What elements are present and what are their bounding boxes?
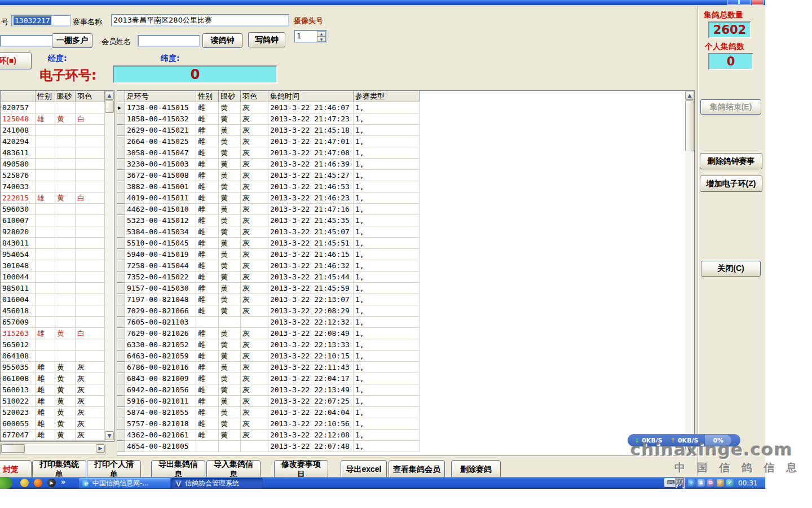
table-row[interactable]: 483611	[1, 147, 114, 159]
table-row[interactable]: 5510-00-415045雌黄灰2013-3-22 21:45:511,	[117, 238, 694, 249]
camera-spinner[interactable]: 1 ▲ ▼	[294, 30, 327, 43]
table-row[interactable]: 125048雄黄白	[1, 113, 114, 125]
title-bar[interactable]	[0, 0, 765, 5]
scroll-thumb[interactable]	[685, 100, 694, 151]
spinner-down-icon[interactable]: ▼	[317, 37, 326, 42]
scroll-down-icon[interactable]: ▼	[105, 431, 114, 440]
table-row[interactable]: 985011	[1, 283, 114, 294]
table-row[interactable]: 4654-00-8210052013-3-22 22:07:481,	[117, 441, 694, 452]
table-row[interactable]: 420294	[1, 136, 114, 147]
table-row[interactable]: 456018	[1, 305, 114, 317]
delete-race-pigeon-button[interactable]: 删除赛鸽	[451, 460, 501, 479]
table-row[interactable]: 5323-00-415012雌黄灰2013-3-22 21:45:351,	[117, 215, 694, 226]
taskbar-task-ie[interactable]: e 中国信鸽信息网-...	[79, 478, 170, 488]
left-table-hscrollbar[interactable]: ▶	[0, 444, 105, 454]
table-row[interactable]: 955035雌黄灰	[1, 362, 114, 373]
table-row[interactable]: 7605-00-8211032013-3-22 22:12:321,	[117, 317, 694, 328]
table-row[interactable]: 9157-00-415030雌黄灰2013-3-22 21:45:591,	[117, 283, 694, 294]
table-row[interactable]: 4019-00-415011雌黄灰2013-3-22 21:46:231,	[117, 192, 694, 204]
start-button[interactable]	[0, 477, 12, 489]
table-row[interactable]: 7029-00-821066雌黄灰2013-3-22 22:08:291,	[117, 305, 694, 317]
table-row[interactable]: 100044	[1, 271, 114, 283]
write-clock-button[interactable]: 写鸽钟	[248, 32, 285, 47]
table-row[interactable]: 3058-00-415047雌黄灰2013-3-22 21:47:081,	[117, 147, 694, 159]
taskbar-task-pigeon-system[interactable]: ⋁ 信鸽协会管理系统	[171, 478, 263, 488]
search-input[interactable]	[0, 35, 53, 47]
table-row[interactable]: 301048	[1, 260, 114, 271]
table-row[interactable]: 6843-00-821009雌黄灰2013-3-22 22:04:171,	[117, 373, 694, 384]
loft-multi-button[interactable]: 一棚多户	[52, 33, 92, 48]
quicklaunch-browser-icon[interactable]	[34, 479, 42, 487]
table-row[interactable]: 600055雌黄灰	[1, 418, 114, 430]
scroll-up-icon[interactable]: ▲	[105, 91, 114, 100]
table-row[interactable]: 5384-00-415034雌黄灰2013-3-22 21:45:071,	[117, 226, 694, 238]
ring-button[interactable]: 环(■)	[0, 52, 32, 69]
table-row[interactable]: 560013雌黄灰	[1, 384, 114, 396]
print-personal-list-button[interactable]: 打印个人清单	[87, 460, 141, 479]
table-row[interactable]: ▶1738-00-415015雌黄灰2013-3-22 21:46:071,	[117, 102, 694, 113]
print-collect-list-button[interactable]: 打印集鸽统单	[32, 460, 86, 479]
table-row[interactable]: 657009	[1, 317, 114, 328]
table-row[interactable]: 5916-00-821011雌黄灰2013-3-22 22:07:251,	[117, 396, 694, 407]
table-row[interactable]: 510022雌黄灰	[1, 396, 114, 407]
table-row[interactable]: 525876	[1, 170, 114, 181]
seal-cage-button[interactable]: 封笼	[0, 460, 32, 479]
table-row[interactable]: 7197-00-821048雌黄灰2013-3-22 22:13:071,	[117, 294, 694, 305]
scroll-up-icon[interactable]: ▲	[685, 91, 694, 100]
finish-collect-button[interactable]: 集鸽结束(E)	[700, 99, 761, 115]
id-input[interactable]: 13032217	[11, 15, 71, 27]
export-excel-button[interactable]: 导出excel	[341, 460, 387, 479]
spinner-up-icon[interactable]: ▲	[317, 31, 326, 37]
table-row[interactable]: 5874-00-821055雌黄灰2013-3-22 22:04:041,	[117, 407, 694, 418]
table-row[interactable]: 016004	[1, 294, 114, 305]
table-row[interactable]: 7629-00-821026雌黄灰2013-3-22 22:08:491,	[117, 328, 694, 339]
table-row[interactable]: 7352-00-415022雌黄灰2013-3-22 21:45:441,	[117, 271, 694, 283]
table-row[interactable]: 3672-00-415008雌黄灰2013-3-22 21:45:271,	[117, 170, 694, 181]
table-row[interactable]: 3230-00-415003雌黄灰2013-3-22 21:46:391,	[117, 159, 694, 170]
table-row[interactable]: 490580	[1, 159, 114, 170]
minimize-button[interactable]	[727, 0, 739, 5]
scroll-thumb[interactable]	[1, 444, 25, 453]
table-row[interactable]: 020757	[1, 102, 114, 113]
table-row[interactable]: 5940-00-415019雌黄灰2013-3-22 21:46:151,	[117, 249, 694, 260]
member-name-input[interactable]	[138, 35, 200, 47]
quicklaunch-qq-icon[interactable]	[20, 479, 29, 487]
table-row[interactable]: 6463-00-821059雌黄灰2013-3-22 22:10:151,	[117, 351, 694, 362]
table-row[interactable]: 6786-00-821016雌黄灰2013-3-22 22:11:431,	[117, 362, 694, 373]
event-name-input[interactable]: 2013春昌平南区280公里比赛	[111, 14, 289, 27]
quicklaunch-overflow-chevron[interactable]: »	[61, 478, 65, 486]
delete-clock-event-button[interactable]: 删除鸽钟赛事	[700, 153, 762, 169]
table-row[interactable]: 3882-00-415001雌黄灰2013-3-22 21:46:531,	[117, 181, 694, 192]
close-window-button[interactable]: 关闭(C)	[701, 261, 761, 277]
table-row[interactable]: 061008雌黄灰	[1, 373, 114, 384]
ering-input[interactable]: 0	[113, 65, 277, 84]
table-row[interactable]: 843011	[1, 238, 114, 249]
add-ering-button[interactable]: 增加电子环(Z)	[700, 176, 762, 192]
import-collect-info-button[interactable]: 导入集鸽信息	[206, 460, 261, 479]
table-row[interactable]: 596030	[1, 204, 114, 215]
table-row[interactable]: 5757-00-821018雌黄灰2013-3-22 22:10:561,	[117, 418, 694, 430]
table-row[interactable]: 241008	[1, 125, 114, 136]
table-row[interactable]: 954054	[1, 249, 114, 260]
export-collect-info-button[interactable]: 导出集鸽信息	[151, 460, 205, 479]
table-row[interactable]: 6942-00-821056雌黄灰2013-3-22 22:13:491,	[117, 384, 694, 396]
table-row[interactable]: 740033	[1, 181, 114, 192]
view-collect-members-button[interactable]: 查看集鸽会员	[389, 460, 445, 479]
main-table-vscrollbar[interactable]: ▲ ▼	[685, 91, 694, 454]
table-row[interactable]: 222015雄黄白	[1, 192, 114, 204]
close-button[interactable]	[752, 0, 764, 5]
table-row[interactable]: 520023雌黄灰	[1, 407, 114, 418]
table-row[interactable]: 565012	[1, 339, 114, 351]
table-row[interactable]: 4462-00-415010雌黄灰2013-3-22 21:47:161,	[117, 204, 694, 215]
maximize-button[interactable]	[739, 0, 751, 5]
table-row[interactable]: 610007	[1, 215, 114, 226]
table-row[interactable]: 315263雄黄白	[1, 328, 114, 339]
scroll-right-icon[interactable]: ▶	[96, 444, 105, 453]
edit-event-button[interactable]: 修改赛事项目	[274, 460, 328, 479]
table-row[interactable]: 2664-00-415025雌黄灰2013-3-22 21:47:011,	[117, 136, 694, 147]
read-clock-button[interactable]: 读鸽钟	[202, 33, 242, 48]
table-row[interactable]: 2629-00-415021雌黄灰2013-3-22 21:45:181,	[117, 125, 694, 136]
table-row[interactable]: 6330-00-821052雌黄灰2013-3-22 22:13:331,	[117, 339, 694, 351]
table-row[interactable]: 677047雌黄灰	[1, 430, 114, 441]
table-row[interactable]: 1858-00-415032雌黄灰2013-3-22 21:47:231,	[117, 113, 694, 125]
